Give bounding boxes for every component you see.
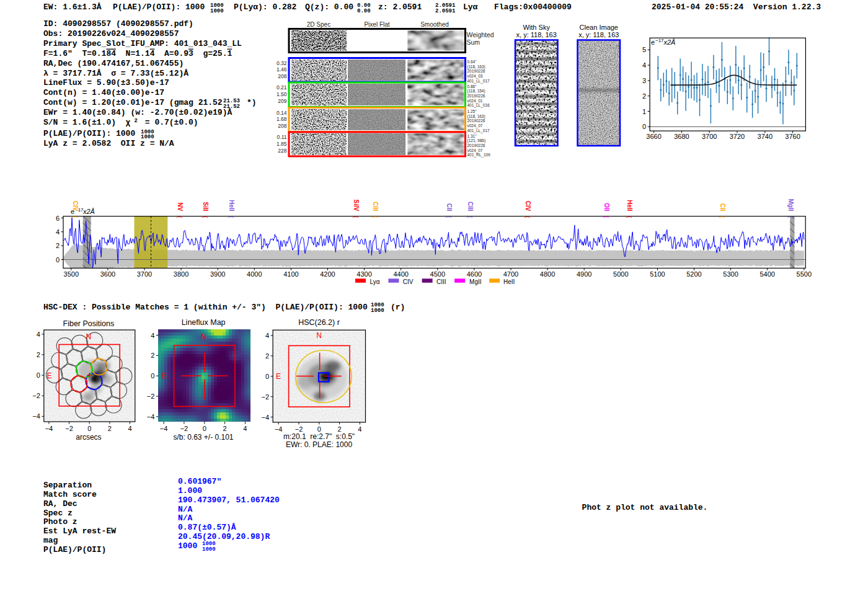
svg-text:1000: 1000 [202,546,216,553]
svg-text:4900: 4900 [577,270,591,278]
svg-text:SiIV: SiIV [353,200,360,211]
svg-text:−2: −2 [180,425,188,432]
svg-text:208: 208 [278,73,286,79]
svg-text:With Sky: With Sky [523,24,550,31]
svg-text:2: 2 [135,118,138,124]
svg-text:20190226: 20190226 [467,118,485,123]
svg-text:3700: 3700 [702,133,717,140]
svg-text:EWr: 0. PLAE: 1000: EWr: 0. PLAE: 1000 [286,440,352,449]
svg-text:0: 0 [642,123,646,130]
svg-text:4800: 4800 [540,270,555,278]
svg-text:4000: 4000 [247,270,262,278]
svg-text:401_LL_017: 401_LL_017 [467,128,490,133]
svg-text:x2Å: x2Å [663,38,676,46]
svg-text:LineFlux = 5.90(±3.50)e-17: LineFlux = 5.90(±3.50)e-17 [43,78,169,87]
svg-text:−4: −4 [32,412,40,420]
svg-text:3740: 3740 [758,133,773,140]
svg-text:0: 0 [56,256,60,264]
svg-text:−2: −2 [147,393,155,400]
svg-text:S/N = 1.6(±1.0) χ: S/N = 1.6(±1.0) χ [43,118,131,127]
svg-text:0.00: 0.00 [357,8,371,14]
svg-text:5400: 5400 [760,270,774,278]
svg-text:Match score: Match score [43,490,97,499]
svg-text:0: 0 [151,372,154,380]
svg-text:209: 209 [278,98,286,104]
svg-text:CII: CII [719,203,726,211]
svg-text:2.0591: 2.0591 [435,8,456,14]
svg-text:1.50: 1.50 [277,91,287,97]
svg-text:{: { [525,216,531,218]
svg-text:0.21: 0.21 [277,84,287,91]
svg-text:E: E [47,371,52,380]
svg-text:*): *) [247,98,257,107]
svg-text:5: 5 [642,46,646,53]
svg-text:401_LL_017: 401_LL_017 [467,79,490,84]
svg-text:1000: 1000 [210,8,224,14]
svg-text:2: 2 [642,92,646,100]
svg-text:2D Spec: 2D Spec [307,21,330,28]
svg-text:1.46: 1.46 [277,66,287,73]
svg-text:6: 6 [56,215,60,222]
svg-text:SiII: SiII [202,202,209,211]
svg-text:4: 4 [642,61,646,69]
svg-text:0.64": 0.64" [467,60,477,64]
svg-text:{: { [467,216,473,218]
svg-text:E: E [162,371,167,380]
svg-text:CIV: CIV [403,278,414,285]
svg-text:z: 2.0591: z: 2.0591 [378,2,422,12]
svg-text:m:20.1 re:2.7" s:0.5": m:20.1 re:2.7" s:0.5" [283,432,355,441]
svg-text:P(LAE)/P(OII): P(LAE)/P(OII) [43,545,106,554]
svg-text:N: N [201,332,206,341]
svg-text:4100: 4100 [283,270,298,278]
svg-text:Obs: 20190226v024_4090298557: Obs: 20190226v024_4090298557 [43,29,179,38]
svg-text:Lyα: Lyα [370,278,380,285]
svg-text:1.68: 1.68 [277,116,287,122]
svg-text:208: 208 [278,123,286,129]
svg-text:0.14: 0.14 [277,110,287,116]
svg-text:HeII: HeII [228,200,235,211]
svg-text:−4: −4 [147,413,155,420]
svg-text:4: 4 [265,332,269,339]
svg-text:Spec z: Spec z [43,509,73,518]
svg-text:−4: −4 [275,425,283,433]
svg-text:0.601967": 0.601967" [178,477,221,486]
svg-text:0.86": 0.86" [467,84,477,89]
svg-text:−2: −2 [32,392,40,399]
svg-text:λ = 3717.71Å σ = 7.33(±5.12)Å: λ = 3717.71Å σ = 7.33(±5.12)Å [43,69,188,78]
svg-text:CIII: CIII [436,278,446,285]
svg-text:4200: 4200 [320,270,335,278]
svg-text:2: 2 [223,425,227,432]
svg-text:N/A: N/A [178,513,193,523]
svg-text:x, y: 118, 163: x, y: 118, 163 [578,31,619,38]
svg-text:3720: 3720 [730,133,745,140]
svg-text:4: 4 [151,332,154,339]
svg-text:5100: 5100 [650,270,665,278]
svg-text:CIV: CIV [72,201,79,211]
svg-text:Separation: Separation [43,481,92,490]
svg-text:Cont(w) = 1.20(±0.01)e-17 (gma: Cont(w) = 1.20(±0.01)e-17 (gmag 21.52 [43,98,223,107]
svg-text:0: 0 [203,425,206,432]
svg-text:ID: 4090298557 (4090298557.pdf: ID: 4090298557 (4090298557.pdf) [43,19,193,29]
svg-text:3700: 3700 [137,270,152,278]
svg-text:LyA z = 2.0582 OII z = N/A: LyA z = 2.0582 OII z = N/A [43,139,174,148]
svg-text:Weighted: Weighted [467,31,494,38]
svg-text:P(LAE)/P(OII): 1000: P(LAE)/P(OII): 1000 [43,129,135,138]
svg-text:{: { [719,216,725,218]
svg-text:−2: −2 [65,425,73,432]
svg-text:0: 0 [87,425,91,432]
svg-text:Est LyA rest-EW: Est LyA rest-EW [43,527,116,536]
svg-text:0.87(±0.57)Å: 0.87(±0.57)Å [178,523,236,532]
svg-text:{: { [177,216,183,218]
svg-text:1.25": 1.25" [467,109,477,113]
svg-text:{: { [72,216,78,218]
svg-text:Primary Spec_Slot_IFU_AMP: 401: Primary Spec_Slot_IFU_AMP: 401_013_043_L… [43,39,242,48]
svg-text:HSC(26.2) r: HSC(26.2) r [298,318,340,327]
svg-text:Fiber Positions: Fiber Positions [63,319,115,328]
svg-text:P(LAE)/P(OII): 1000: P(LAE)/P(OII): 1000 [113,2,205,12]
svg-text:3600: 3600 [100,270,115,278]
svg-text:4: 4 [243,425,247,432]
svg-text:EWr = 1.40(±0.84) (w: -2.70(±0: EWr = 1.40(±0.84) (w: -2.70(±0.02)e19)Å [43,108,232,117]
svg-text:5300: 5300 [723,270,738,278]
svg-text:N/A: N/A [178,505,193,514]
svg-text:{: { [228,216,234,218]
